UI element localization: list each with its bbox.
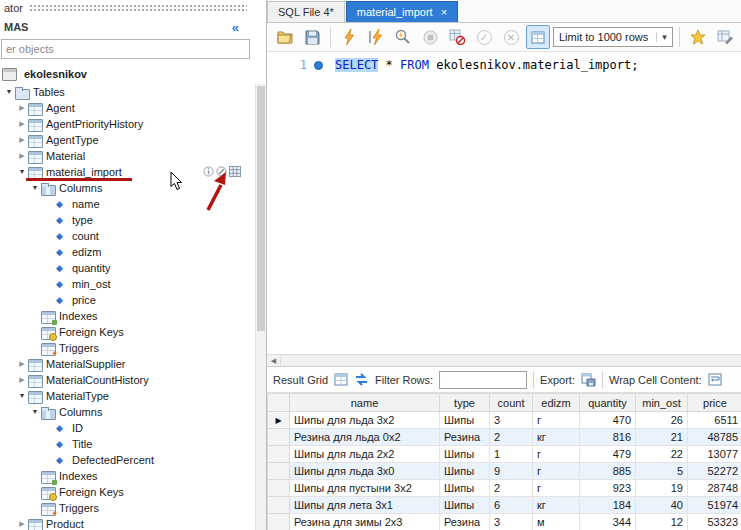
column-header-quantity[interactable]: quantity [580,394,636,412]
column-header-count[interactable]: count [490,394,533,412]
stop-button[interactable] [418,25,442,49]
scrollbar-thumb[interactable] [257,86,265,331]
table-row[interactable]: Шипы для лета 3x1Шипы6кг1844051974 [268,497,741,514]
cell-type[interactable]: Шипы [440,412,490,429]
cell-name[interactable]: Шипы для лета 3x1 [290,497,440,514]
execute-button[interactable] [337,25,361,49]
panel-drag-handle[interactable] [29,4,247,12]
cell-quantity[interactable]: 816 [580,429,636,446]
row-selector[interactable] [268,463,290,480]
sql-code-line[interactable]: SELECT * FROM ekolesnikov.material_impor… [323,52,638,354]
cell-min-ost[interactable]: 19 [636,480,688,497]
tree-item-materialtype[interactable]: ▼MaterialType [0,388,255,404]
tree-item-materialsupplier[interactable]: ▶MaterialSupplier [0,356,255,372]
commit-button[interactable]: ✓ [472,25,496,49]
cell-min-ost[interactable]: 12 [636,514,688,530]
cell-min-ost[interactable]: 26 [636,412,688,429]
tree-item-tables[interactable]: ▼Tables [0,84,255,100]
tree-item-defectedpercent[interactable]: DefectedPercent [0,452,255,468]
table-row[interactable]: Резина для льда 0x2Резина2кг8162148785 [268,429,741,446]
table-row[interactable]: Резина для зимы 2x3Резина3м3441253323 [268,514,741,530]
tree-item-agenttype[interactable]: ▶AgentType [0,132,255,148]
column-header-type[interactable]: type [440,394,490,412]
expand-down-icon[interactable]: ▼ [16,388,28,404]
cell-type[interactable]: Резина [440,514,490,530]
tree-item-triggers[interactable]: Triggers [0,340,255,356]
current-row-marker[interactable]: ▶ [268,412,290,429]
cell-count[interactable]: 1 [490,446,533,463]
cell-quantity[interactable]: 184 [580,497,636,514]
tree-item-indexes[interactable]: Indexes [0,468,255,484]
tree-item-quantity[interactable]: quantity [0,260,255,276]
expand-right-icon[interactable]: ▶ [16,116,28,132]
cell-type[interactable]: Шипы [440,480,490,497]
cell-price[interactable]: 28748 [688,480,741,497]
row-selector[interactable] [268,446,290,463]
cell-name[interactable]: Шипы для льда 3x2 [290,412,440,429]
cell-min-ost[interactable]: 5 [636,463,688,480]
execute-current-button[interactable] [364,25,388,49]
cell-name[interactable]: Шипы для льда 3x0 [290,463,440,480]
column-header-name[interactable]: name [290,394,440,412]
cell-quantity[interactable]: 885 [580,463,636,480]
autocommit-toggle-button[interactable] [526,25,550,49]
tree-item-materialcounthistory[interactable]: ▶MaterialCountHistory [0,372,255,388]
cell-name[interactable]: Шипы для льда 2x2 [290,446,440,463]
stop-on-error-toggle-button[interactable] [445,25,469,49]
row-selector[interactable] [268,429,290,446]
cell-price[interactable]: 52272 [688,463,741,480]
tree-item-edizm[interactable]: edizm [0,244,255,260]
tree-item-id[interactable]: ID [0,420,255,436]
tree-item-type[interactable]: type [0,212,255,228]
limit-rows-select[interactable]: Limit to 1000 rows ▾ [553,27,673,47]
navigator-scrollbar[interactable] [255,84,266,530]
table-row[interactable]: Шипы для льда 3x0Шипы9г885552272 [268,463,741,480]
table-row[interactable]: Шипы для пустыни 3x2Шипы2г9231928748 [268,480,741,497]
expand-right-icon[interactable]: ▶ [16,100,28,116]
row-selector[interactable] [268,514,290,530]
expand-right-icon[interactable]: ▶ [16,132,28,148]
cell-price[interactable]: 51974 [688,497,741,514]
collapse-panel-icon[interactable]: « [232,20,239,35]
cell-edizm[interactable]: кг [533,429,580,446]
cell-quantity[interactable]: 344 [580,514,636,530]
close-tab-icon[interactable]: × [441,7,447,18]
column-header-min-ost[interactable]: min_ost [636,394,688,412]
tree-item-material[interactable]: ▶Material [0,148,255,164]
open-script-button[interactable] [273,25,297,49]
table-row[interactable]: ▶Шипы для льда 3x2Шипы3г470266511 [268,412,741,429]
cell-type[interactable]: Шипы [440,497,490,514]
refresh-icon[interactable] [354,373,369,386]
save-script-button[interactable] [300,25,324,49]
cell-quantity[interactable]: 470 [580,412,636,429]
expand-down-icon[interactable]: ▼ [29,180,41,196]
cell-quantity[interactable]: 479 [580,446,636,463]
cell-price[interactable]: 13077 [688,446,741,463]
tree-item-material-import[interactable]: ▼material_import [0,164,255,180]
cell-edizm[interactable]: г [533,463,580,480]
beautify-button[interactable] [713,25,737,49]
editor-hscrollbar[interactable]: ◀ [267,354,741,367]
cell-type[interactable]: Шипы [440,463,490,480]
tree-item-count[interactable]: count [0,228,255,244]
tab-sql-file-4[interactable]: SQL File 4* [267,1,345,22]
cell-min-ost[interactable]: 21 [636,429,688,446]
filter-objects-input[interactable] [1,39,250,59]
cell-count[interactable]: 9 [490,463,533,480]
tree-item-title[interactable]: Title [0,436,255,452]
wrap-content-icon[interactable] [708,373,722,386]
cell-count[interactable]: 3 [490,412,533,429]
column-header-price[interactable]: price [688,394,741,412]
tree-item-product[interactable]: ▶Product [0,516,255,530]
export-icon[interactable] [581,373,596,387]
cell-edizm[interactable]: г [533,446,580,463]
cell-count[interactable]: 3 [490,514,533,530]
cell-edizm[interactable]: кг [533,497,580,514]
tree-item-triggers[interactable]: Triggers [0,500,255,516]
row-selector[interactable] [268,497,290,514]
explain-button[interactable] [391,25,415,49]
cell-price[interactable]: 53323 [688,514,741,530]
cell-min-ost[interactable]: 40 [636,497,688,514]
tree-item-agentpriorityhistory[interactable]: ▶AgentPriorityHistory [0,116,255,132]
cell-name[interactable]: Резина для льда 0x2 [290,429,440,446]
